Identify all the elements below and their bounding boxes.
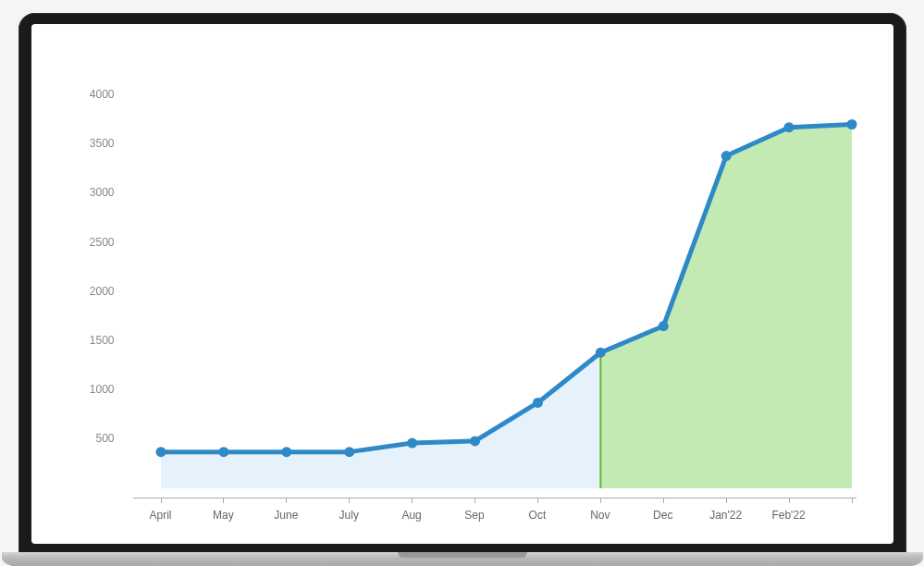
x-tick-label: July — [339, 509, 359, 522]
x-tick-label: Dec — [653, 509, 672, 522]
laptop-base — [2, 552, 923, 567]
y-tick-label: 3000 — [90, 186, 115, 199]
y-tick-label: 3500 — [90, 137, 115, 150]
y-tick-label: 4000 — [90, 88, 115, 101]
x-tick-mark — [161, 498, 162, 503]
x-tick-label: May — [213, 509, 234, 522]
y-tick-label: 1500 — [90, 334, 115, 347]
x-tick-mark — [223, 498, 224, 503]
data-point — [344, 447, 354, 457]
x-tick-label: Sep — [464, 509, 484, 522]
data-point — [218, 447, 228, 457]
data-point — [532, 397, 542, 407]
x-tick-label: Oct — [529, 509, 547, 522]
x-tick-label: April — [149, 509, 171, 522]
data-point — [155, 447, 166, 457]
x-tick-mark — [537, 498, 538, 503]
x-tick-mark — [286, 498, 287, 503]
x-tick-label: Jan'22 — [709, 509, 742, 522]
x-tick-label: June — [274, 509, 298, 522]
chart-screen: 5001000150020002500300035004000 AprilMay… — [31, 24, 893, 544]
x-tick-mark — [726, 498, 727, 503]
x-tick-mark — [600, 498, 601, 503]
data-point — [595, 347, 605, 357]
x-tick-mark — [474, 498, 475, 503]
y-tick-label: 500 — [95, 432, 114, 445]
data-point — [658, 321, 668, 331]
chart-svg — [133, 70, 856, 488]
data-point — [846, 118, 856, 129]
data-point — [281, 447, 291, 457]
data-point — [783, 122, 794, 132]
area-fill-highlight — [600, 124, 852, 488]
data-point — [721, 151, 731, 161]
x-tick-mark — [349, 498, 350, 503]
x-tick-label: Feb'22 — [771, 509, 805, 522]
x-tick-mark — [663, 498, 664, 503]
x-tick-mark — [412, 498, 413, 503]
data-point — [470, 436, 480, 446]
data-point — [407, 437, 417, 448]
laptop-frame: 5001000150020002500300035004000 AprilMay… — [18, 13, 906, 554]
x-tick-mark — [789, 498, 790, 503]
x-axis: AprilMayJuneJulyAugSepOctNovDecJan'22Feb… — [133, 498, 856, 544]
y-tick-label: 2000 — [90, 285, 115, 298]
chart-plot-area — [133, 70, 856, 488]
area-fill-before — [161, 352, 600, 488]
y-axis: 5001000150020002500300035004000 — [31, 70, 124, 488]
x-tick-mark — [852, 498, 853, 503]
x-tick-label: Aug — [401, 509, 421, 522]
y-tick-label: 2500 — [90, 236, 115, 249]
y-tick-label: 1000 — [90, 383, 115, 396]
x-tick-label: Nov — [590, 509, 610, 522]
x-axis-line — [133, 498, 856, 498]
